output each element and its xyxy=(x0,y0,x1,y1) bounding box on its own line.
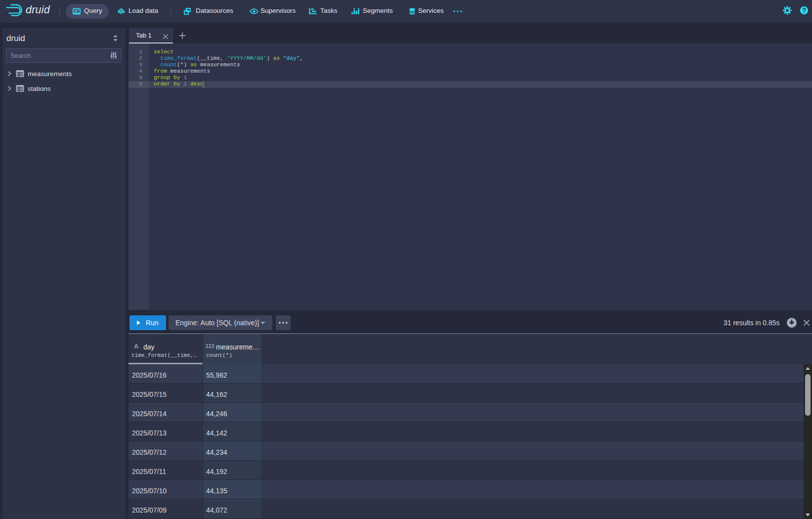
svg-text:?: ? xyxy=(802,6,806,14)
